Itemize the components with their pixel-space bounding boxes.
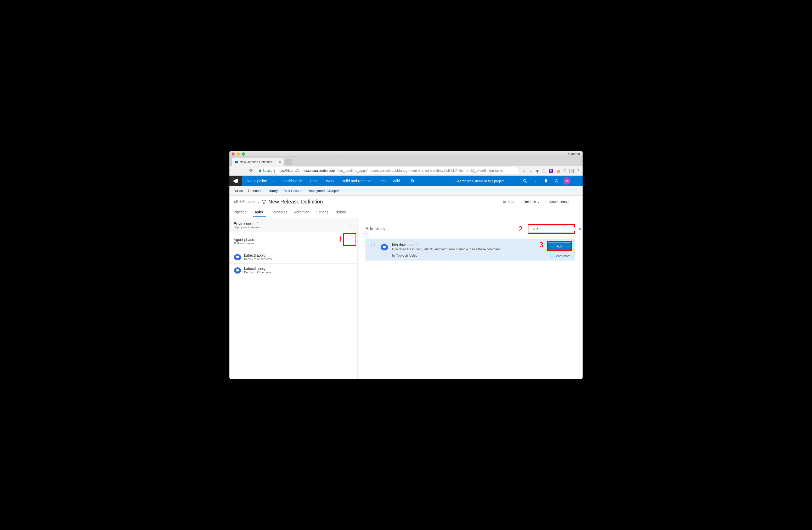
vsts-logo[interactable] [229,176,242,186]
task-result-card: ⋮⋮⋮⋮⋮⋮ k8s downloader Download the kubec… [365,239,575,261]
svg-rect-4 [264,200,266,201]
nav-settings[interactable] [407,176,418,186]
extension-icon[interactable]: ▭ [569,169,574,173]
secure-badge: Secure [259,169,273,172]
nav-build-release[interactable]: Build and Release [338,176,375,186]
vsts-icon [234,160,238,164]
tab-history[interactable]: History [335,210,346,216]
drag-handle-icon[interactable]: ⋮⋮⋮⋮⋮⋮ [370,244,376,248]
tasks-tree: Environment 1 Deployment process ⋯ Agent… [229,218,358,379]
svg-point-20 [383,246,386,249]
task-row[interactable]: kubectl apply Deploy to Kubernetes [229,250,357,264]
vsts-top-nav: aks_pipeline ⌄ Dashboards Code Work Buil… [229,176,583,186]
lock-icon [259,169,262,172]
tab-retention[interactable]: Retention [294,210,309,216]
tab-options[interactable]: Options [316,210,328,216]
list-icon [544,200,548,204]
svg-rect-12 [234,243,236,244]
vsts-logo-icon [233,178,238,184]
release-subnav: Builds Releases Library Task Groups Depl… [229,186,583,196]
user-avatar[interactable]: RK [562,176,572,186]
chevron-down-icon[interactable]: ⌄ [530,176,541,186]
traffic-light-zoom[interactable] [242,152,245,155]
nav-test[interactable]: Test [375,176,389,186]
svg-point-0 [523,179,526,182]
chevron-down-icon: ⌄ [272,180,274,182]
address-bar[interactable]: Secure | https://rkterraformtest.visuals… [256,167,520,175]
view-releases-link[interactable]: View releases [544,200,570,204]
breadcrumb-bar: All definitions › New Release Definition… [229,196,583,208]
clear-search-icon[interactable]: ✕ [578,227,581,231]
url-host: https://rkterraformtest.visualstudio.com [276,169,335,172]
nav-separator [405,178,405,184]
task-search-input[interactable] [533,227,577,231]
annotation-2: 2 [518,225,522,233]
app-window: Raymond New Release Definition - Visua ×… [229,151,583,379]
star-icon[interactable]: ☆ [522,169,526,173]
svg-rect-5 [263,203,265,204]
learn-more-link[interactable]: Learn more [550,254,570,258]
back-button[interactable]: ← [232,167,238,174]
onenote-icon[interactable]: N [549,169,553,173]
extension-icon[interactable]: ◯ [542,169,547,173]
global-search[interactable]: Search work items in this project [452,179,520,183]
subnav-releases[interactable]: Releases [248,189,262,193]
task-row[interactable]: kubectl apply Deploy to Kubernetes [229,264,357,277]
svg-rect-3 [262,200,263,201]
more-menu[interactable]: ⋯ [572,176,583,186]
info-icon [550,254,553,258]
breadcrumb-root[interactable]: All definitions [234,200,255,204]
add-tasks-panel: Add tasks 2 ✕ ⋮⋮⋮⋮⋮⋮ k8s down [358,218,583,379]
svg-point-2 [556,180,557,181]
task-search[interactable]: ✕ [529,225,574,233]
traffic-light-close[interactable] [232,152,235,155]
add-button[interactable]: Add [548,242,571,250]
new-tab-button[interactable] [285,159,292,165]
phase-name: Agent phase [234,237,255,242]
agent-phase-row[interactable]: Agent phase Run on agent + 1 [229,232,357,250]
svg-line-6 [263,201,264,203]
annotation-3: 3 [539,241,543,249]
extension-icon[interactable]: ◉ [536,169,540,173]
subnav-builds[interactable]: Builds [234,189,243,193]
svg-point-16 [236,269,239,271]
tab-pipeline[interactable]: Pipeline [234,210,247,216]
reload-button[interactable]: ⟳ [248,167,254,174]
chrome-menu-icon[interactable]: ⋮ [576,169,580,173]
environment-row[interactable]: Environment 1 Deployment process ⋯ [229,218,357,232]
secure-label: Secure [263,169,273,172]
forward-button[interactable]: → [240,167,246,174]
annotation-1: 1 [338,235,342,243]
extension-icon[interactable]: ▦ [556,169,560,173]
environment-subtitle: Deployment process [234,226,260,229]
marketplace-icon[interactable] [541,176,551,186]
environment-more[interactable]: ⋯ [348,223,353,227]
pocket-icon[interactable]: ⌄ [529,169,533,173]
user-icon[interactable] [551,176,562,186]
search-icon[interactable] [520,176,530,186]
nav-code[interactable]: Code [306,176,322,186]
url-path: /aks_pipeline/_apps/hub/ms.vss-releaseMa… [337,169,503,172]
mac-titlebar: Raymond [229,151,583,157]
subnav-task-groups[interactable]: Task Groups [283,189,302,193]
subnav-library[interactable]: Library [267,189,278,193]
nav-wiki[interactable]: Wiki [389,176,403,186]
nav-dashboards[interactable]: Dashboards [279,176,306,186]
add-task-button[interactable]: + [343,236,353,247]
browser-tab[interactable]: New Release Definition - Visua × [232,158,284,166]
release-dropdown[interactable]: + Release ⌄ [520,199,539,204]
tab-variables[interactable]: Variables [272,210,287,216]
annotation-box-2: ✕ [528,224,575,234]
kubernetes-icon [234,266,242,274]
result-author: by Tsuyoshi Ushio [392,254,570,257]
subnav-deployment-groups[interactable]: Deployment Groups* [307,189,339,193]
project-selector[interactable]: aks_pipeline ⌄ [247,179,274,183]
save-icon [503,200,506,204]
extension-icon[interactable]: G [563,169,567,173]
tab-close-icon[interactable]: × [279,160,281,164]
nav-work[interactable]: Work [322,176,338,186]
more-actions[interactable]: ⋯ [575,200,578,204]
traffic-light-minimize[interactable] [237,152,240,155]
chevron-down-icon: ⌄ [537,200,539,203]
tab-tasks[interactable]: Tasks ⌄ [253,210,266,216]
